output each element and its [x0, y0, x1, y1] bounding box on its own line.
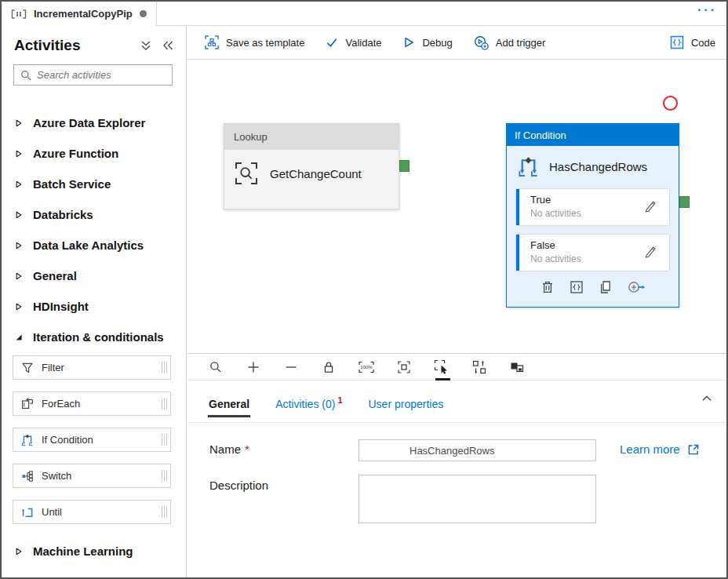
- add-trigger-label: Add trigger: [496, 37, 546, 49]
- lookup-node-body: GetChangeCount: [224, 150, 399, 185]
- auto-align-button[interactable]: [460, 354, 498, 381]
- tab-general[interactable]: General: [208, 398, 250, 422]
- caret-collapsed-icon: [15, 150, 23, 158]
- code-icon[interactable]: [570, 280, 584, 294]
- zoom-fit-button[interactable]: [385, 354, 423, 381]
- drag-handle[interactable]: [162, 362, 167, 373]
- external-link-icon: [687, 443, 700, 456]
- sidebar-item-if-condition[interactable]: If Condition: [13, 428, 171, 452]
- if-condition-activity-node[interactable]: If Condition HasChangedRows True No acti…: [506, 123, 679, 308]
- required-marker: *: [245, 442, 249, 456]
- error-count-badge: 1: [337, 395, 342, 405]
- name-label-text: Name: [209, 442, 241, 456]
- lock-canvas-button[interactable]: [310, 354, 348, 381]
- category-hdinsight[interactable]: HDInsight: [2, 291, 186, 322]
- category-machine-learning[interactable]: Machine Learning: [2, 536, 186, 566]
- false-branch-label: False: [530, 239, 661, 251]
- category-iteration-conditionals[interactable]: Iteration & conditionals: [2, 322, 186, 352]
- drag-handle[interactable]: [162, 398, 167, 410]
- activities-sidebar: Activities Azure Data Explorer Azure Fun…: [2, 26, 187, 577]
- canvas-toolbar: [187, 353, 726, 381]
- sidebar-item-filter[interactable]: Filter: [13, 355, 171, 380]
- category-label: Data Lake Analytics: [33, 239, 144, 252]
- zoom-in-icon: [247, 361, 260, 373]
- false-branch-card[interactable]: False No activities: [516, 235, 669, 271]
- code-icon: [670, 35, 684, 49]
- zoom-search-button[interactable]: [197, 354, 235, 381]
- pipeline-tab-title: IncrementalCopyPip...: [34, 8, 133, 20]
- more-menu-icon[interactable]: ···: [697, 3, 717, 17]
- drag-handle[interactable]: [162, 470, 167, 482]
- add-trigger-button[interactable]: Add trigger: [474, 35, 546, 50]
- if-output-connector[interactable]: [679, 196, 690, 208]
- if-node-header: If Condition: [507, 124, 679, 146]
- save-as-template-button[interactable]: Save as template: [205, 35, 304, 49]
- pipeline-tab[interactable]: IncrementalCopyPip...: [2, 2, 157, 26]
- until-icon: [21, 506, 34, 519]
- category-azure-function[interactable]: Azure Function: [2, 138, 186, 169]
- true-branch-card[interactable]: True No activities: [516, 189, 669, 225]
- category-batch-service[interactable]: Batch Service: [2, 169, 186, 199]
- zoom-in-button[interactable]: [235, 354, 272, 381]
- delete-icon[interactable]: [541, 280, 555, 294]
- pencil-icon[interactable]: [644, 245, 657, 258]
- category-general[interactable]: General: [2, 260, 186, 291]
- category-azure-data-explorer[interactable]: Azure Data Explorer: [2, 107, 186, 138]
- if-node-type-label: If Condition: [515, 129, 566, 141]
- category-label: Azure Data Explorer: [33, 116, 145, 129]
- category-data-lake-analytics[interactable]: Data Lake Analytics: [2, 230, 186, 260]
- lookup-output-connector[interactable]: [399, 160, 410, 172]
- minimap-button[interactable]: [498, 354, 536, 381]
- activity-item-list: Filter ForEach If Condition Switch: [2, 355, 186, 524]
- zoom-100-button[interactable]: [348, 354, 385, 381]
- code-button[interactable]: Code: [670, 35, 715, 49]
- description-label-text: Description: [209, 479, 268, 492]
- debug-button[interactable]: Debug: [402, 36, 452, 49]
- switch-icon: [21, 470, 34, 482]
- pipeline-editor: Save as template Validate Debug Add trig…: [187, 26, 726, 577]
- tab-user-properties[interactable]: User properties: [368, 398, 445, 422]
- copy-icon[interactable]: [599, 280, 613, 294]
- category-label: Machine Learning: [33, 544, 133, 558]
- add-trigger-icon: [474, 35, 489, 50]
- chevron-up-icon[interactable]: [701, 392, 713, 405]
- category-label: Batch Service: [33, 177, 111, 191]
- category-databricks[interactable]: Databricks: [2, 199, 186, 230]
- sidebar-item-foreach[interactable]: ForEach: [13, 391, 171, 416]
- category-label: Iteration & conditionals: [33, 330, 164, 344]
- sidebar-item-until[interactable]: Until: [13, 500, 171, 524]
- pipeline-canvas[interactable]: Lookup GetChangeCount If Condition HasCh…: [187, 60, 726, 353]
- save-as-template-label: Save as template: [226, 37, 304, 49]
- sidebar-item-label: ForEach: [42, 398, 80, 410]
- tab-user-properties-label: User properties: [369, 398, 444, 410]
- zoom-out-button[interactable]: [272, 354, 310, 381]
- search-activities-input[interactable]: [37, 69, 166, 81]
- code-label: Code: [691, 37, 715, 49]
- tab-general-label: General: [209, 398, 249, 410]
- pencil-icon[interactable]: [644, 199, 657, 213]
- true-branch-status: No activities: [530, 208, 661, 219]
- drag-handle[interactable]: [162, 506, 167, 518]
- learn-more-link[interactable]: Learn more: [620, 442, 700, 456]
- sidebar-item-switch[interactable]: Switch: [13, 464, 171, 488]
- validation-error-indicator[interactable]: [663, 96, 678, 111]
- minimap-icon: [510, 360, 524, 374]
- validate-button[interactable]: Validate: [326, 36, 381, 49]
- select-mode-button[interactable]: [423, 354, 460, 381]
- sidebar-item-label: Switch: [42, 470, 71, 482]
- pipeline-toolbar: Save as template Validate Debug Add trig…: [187, 26, 726, 60]
- zoom-search-icon: [209, 361, 222, 373]
- tab-activities[interactable]: Activities (0)1: [275, 395, 343, 422]
- double-chevron-down-icon[interactable]: [140, 40, 151, 51]
- double-chevron-left-icon[interactable]: [162, 40, 173, 51]
- name-input[interactable]: [359, 439, 596, 461]
- if-condition-icon: [21, 434, 34, 446]
- add-output-icon[interactable]: [628, 280, 646, 294]
- description-textarea[interactable]: [359, 475, 596, 523]
- drag-handle[interactable]: [162, 434, 167, 446]
- lookup-activity-node[interactable]: Lookup GetChangeCount: [224, 123, 399, 209]
- filter-icon: [21, 362, 34, 374]
- zoom-100-icon: [359, 361, 374, 373]
- tab-activities-label: Activities (0): [275, 398, 335, 410]
- caret-expanded-icon: [15, 333, 23, 341]
